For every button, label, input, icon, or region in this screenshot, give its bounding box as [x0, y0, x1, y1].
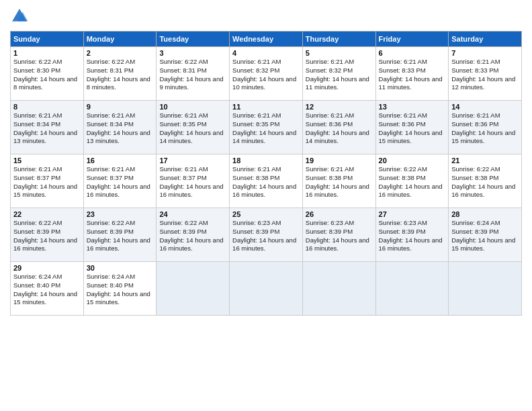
day-cell: 10Sunrise: 6:21 AMSunset: 8:35 PMDayligh… — [157, 101, 230, 154]
day-cell: 29Sunrise: 6:24 AMSunset: 8:40 PMDayligh… — [11, 262, 84, 316]
day-number: 27 — [379, 210, 446, 218]
weekday-header-thursday: Thursday — [302, 32, 375, 47]
week-row-5: 29Sunrise: 6:24 AMSunset: 8:40 PMDayligh… — [11, 262, 522, 316]
day-info: Sunrise: 6:22 AMSunset: 8:39 PMDaylight:… — [87, 219, 154, 253]
day-info: Sunrise: 6:21 AMSunset: 8:32 PMDaylight:… — [306, 58, 373, 92]
day-info: Sunrise: 6:22 AMSunset: 8:39 PMDaylight:… — [13, 219, 81, 253]
day-info: Sunrise: 6:21 AMSunset: 8:37 PMDaylight:… — [87, 165, 154, 199]
day-cell — [302, 262, 375, 316]
week-row-2: 8Sunrise: 6:21 AMSunset: 8:34 PMDaylight… — [11, 101, 522, 154]
day-number: 12 — [306, 103, 373, 111]
day-number: 16 — [87, 156, 154, 165]
day-cell: 11Sunrise: 6:21 AMSunset: 8:35 PMDayligh… — [230, 101, 303, 154]
day-cell: 13Sunrise: 6:21 AMSunset: 8:36 PMDayligh… — [375, 101, 449, 154]
day-cell: 24Sunrise: 6:22 AMSunset: 8:39 PMDayligh… — [157, 208, 230, 262]
day-number: 13 — [379, 103, 446, 111]
day-info: Sunrise: 6:22 AMSunset: 8:38 PMDaylight:… — [379, 165, 446, 199]
day-cell: 2Sunrise: 6:22 AMSunset: 8:31 PMDaylight… — [83, 47, 157, 101]
day-info: Sunrise: 6:22 AMSunset: 8:39 PMDaylight:… — [159, 219, 226, 253]
day-cell: 14Sunrise: 6:21 AMSunset: 8:36 PMDayligh… — [449, 101, 522, 154]
day-number: 21 — [451, 156, 519, 165]
day-info: Sunrise: 6:21 AMSunset: 8:32 PMDaylight:… — [232, 58, 300, 92]
day-info: Sunrise: 6:21 AMSunset: 8:35 PMDaylight:… — [232, 111, 300, 146]
day-info: Sunrise: 6:21 AMSunset: 8:38 PMDaylight:… — [232, 165, 300, 199]
day-info: Sunrise: 6:24 AMSunset: 8:39 PMDaylight:… — [451, 219, 519, 253]
day-number: 1 — [13, 49, 81, 57]
day-number: 26 — [306, 210, 373, 218]
week-row-1: 1Sunrise: 6:22 AMSunset: 8:30 PMDaylight… — [11, 47, 522, 101]
day-number: 18 — [232, 156, 300, 165]
weekday-header-friday: Friday — [375, 32, 449, 47]
day-info: Sunrise: 6:21 AMSunset: 8:34 PMDaylight:… — [13, 111, 81, 146]
calendar-table: SundayMondayTuesdayWednesdayThursdayFrid… — [10, 31, 522, 316]
day-cell — [449, 262, 522, 316]
day-cell: 30Sunrise: 6:24 AMSunset: 8:40 PMDayligh… — [83, 262, 157, 316]
day-info: Sunrise: 6:21 AMSunset: 8:37 PMDaylight:… — [159, 165, 226, 199]
day-cell — [375, 262, 449, 316]
day-info: Sunrise: 6:22 AMSunset: 8:31 PMDaylight:… — [159, 58, 226, 92]
day-number: 7 — [451, 49, 519, 57]
header — [10, 7, 522, 26]
day-number: 3 — [159, 49, 226, 57]
day-cell: 26Sunrise: 6:23 AMSunset: 8:39 PMDayligh… — [302, 208, 375, 262]
day-number: 28 — [451, 210, 519, 218]
day-info: Sunrise: 6:24 AMSunset: 8:40 PMDaylight:… — [13, 273, 81, 307]
weekday-header-sunday: Sunday — [11, 32, 84, 47]
day-info: Sunrise: 6:24 AMSunset: 8:40 PMDaylight:… — [87, 273, 154, 307]
day-number: 5 — [306, 49, 373, 57]
day-info: Sunrise: 6:21 AMSunset: 8:34 PMDaylight:… — [87, 111, 154, 146]
calendar-body: 1Sunrise: 6:22 AMSunset: 8:30 PMDaylight… — [11, 47, 522, 316]
day-cell: 20Sunrise: 6:22 AMSunset: 8:38 PMDayligh… — [375, 154, 449, 208]
day-cell: 25Sunrise: 6:23 AMSunset: 8:39 PMDayligh… — [230, 208, 303, 262]
weekday-header-tuesday: Tuesday — [157, 32, 230, 47]
day-number: 25 — [232, 210, 300, 218]
day-cell: 18Sunrise: 6:21 AMSunset: 8:38 PMDayligh… — [230, 154, 303, 208]
day-number: 20 — [379, 156, 446, 165]
day-cell: 22Sunrise: 6:22 AMSunset: 8:39 PMDayligh… — [11, 208, 84, 262]
day-cell: 23Sunrise: 6:22 AMSunset: 8:39 PMDayligh… — [83, 208, 157, 262]
weekday-header-saturday: Saturday — [449, 32, 522, 47]
day-info: Sunrise: 6:23 AMSunset: 8:39 PMDaylight:… — [306, 219, 373, 253]
weekday-header-row: SundayMondayTuesdayWednesdayThursdayFrid… — [11, 32, 522, 47]
day-number: 17 — [159, 156, 226, 165]
week-row-4: 22Sunrise: 6:22 AMSunset: 8:39 PMDayligh… — [11, 208, 522, 262]
day-info: Sunrise: 6:21 AMSunset: 8:38 PMDaylight:… — [306, 165, 373, 199]
day-number: 8 — [13, 103, 81, 111]
day-cell: 6Sunrise: 6:21 AMSunset: 8:33 PMDaylight… — [375, 47, 449, 101]
day-info: Sunrise: 6:21 AMSunset: 8:33 PMDaylight:… — [451, 58, 519, 92]
day-cell: 21Sunrise: 6:22 AMSunset: 8:38 PMDayligh… — [449, 154, 522, 208]
day-cell: 9Sunrise: 6:21 AMSunset: 8:34 PMDaylight… — [83, 101, 157, 154]
page: SundayMondayTuesdayWednesdayThursdayFrid… — [0, 0, 532, 411]
day-info: Sunrise: 6:23 AMSunset: 8:39 PMDaylight:… — [379, 219, 446, 253]
day-cell — [230, 262, 303, 316]
day-number: 6 — [379, 49, 446, 57]
logo — [10, 7, 32, 26]
day-info: Sunrise: 6:21 AMSunset: 8:37 PMDaylight:… — [13, 165, 81, 199]
day-number: 9 — [87, 103, 154, 111]
day-cell: 12Sunrise: 6:21 AMSunset: 8:36 PMDayligh… — [302, 101, 375, 154]
day-info: Sunrise: 6:22 AMSunset: 8:31 PMDaylight:… — [87, 58, 154, 92]
day-number: 22 — [13, 210, 81, 218]
day-number: 29 — [13, 264, 81, 272]
day-cell: 3Sunrise: 6:22 AMSunset: 8:31 PMDaylight… — [157, 47, 230, 101]
weekday-header-wednesday: Wednesday — [230, 32, 303, 47]
day-number: 30 — [87, 264, 154, 272]
day-cell: 17Sunrise: 6:21 AMSunset: 8:37 PMDayligh… — [157, 154, 230, 208]
day-cell: 7Sunrise: 6:21 AMSunset: 8:33 PMDaylight… — [449, 47, 522, 101]
day-info: Sunrise: 6:22 AMSunset: 8:38 PMDaylight:… — [451, 165, 519, 199]
day-info: Sunrise: 6:21 AMSunset: 8:33 PMDaylight:… — [379, 58, 446, 92]
day-cell: 15Sunrise: 6:21 AMSunset: 8:37 PMDayligh… — [11, 154, 84, 208]
logo-icon — [10, 7, 29, 26]
day-cell: 19Sunrise: 6:21 AMSunset: 8:38 PMDayligh… — [302, 154, 375, 208]
day-info: Sunrise: 6:21 AMSunset: 8:36 PMDaylight:… — [379, 111, 446, 146]
day-info: Sunrise: 6:22 AMSunset: 8:30 PMDaylight:… — [13, 58, 81, 92]
day-info: Sunrise: 6:21 AMSunset: 8:36 PMDaylight:… — [451, 111, 519, 146]
day-info: Sunrise: 6:21 AMSunset: 8:35 PMDaylight:… — [159, 111, 226, 146]
day-number: 11 — [232, 103, 300, 111]
day-cell: 4Sunrise: 6:21 AMSunset: 8:32 PMDaylight… — [230, 47, 303, 101]
day-info: Sunrise: 6:23 AMSunset: 8:39 PMDaylight:… — [232, 219, 300, 253]
day-cell — [157, 262, 230, 316]
day-cell: 1Sunrise: 6:22 AMSunset: 8:30 PMDaylight… — [11, 47, 84, 101]
day-cell: 28Sunrise: 6:24 AMSunset: 8:39 PMDayligh… — [449, 208, 522, 262]
day-info: Sunrise: 6:21 AMSunset: 8:36 PMDaylight:… — [306, 111, 373, 146]
